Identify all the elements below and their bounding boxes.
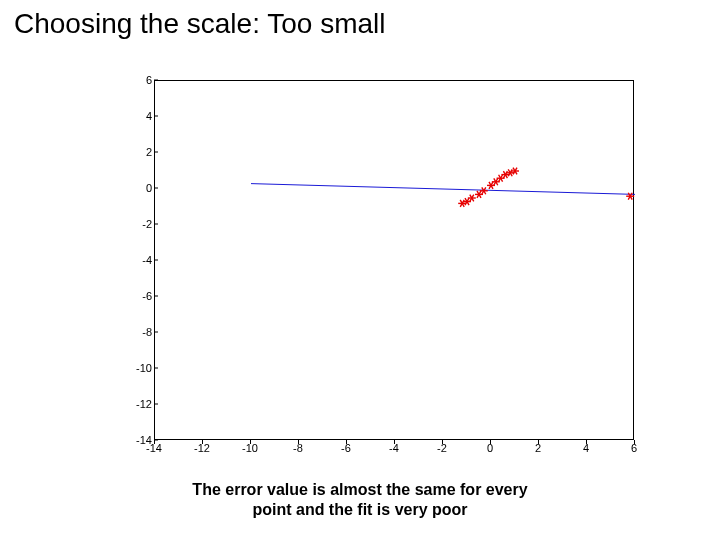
x-tick-label: 4: [583, 442, 589, 458]
x-tick-mark: [634, 440, 635, 444]
x-tick-mark: [442, 440, 443, 444]
x-tick-mark: [250, 440, 251, 444]
data-point: [492, 178, 500, 185]
slide-title: Choosing the scale: Too small: [14, 8, 385, 40]
x-tick-label: -14: [146, 442, 162, 458]
slide: Choosing the scale: Too small -14-12-10-…: [0, 0, 720, 540]
chart-svg: [155, 81, 633, 439]
y-tick-label: 6: [124, 74, 152, 86]
y-tick-mark: [154, 260, 158, 261]
x-tick-label: 0: [487, 442, 493, 458]
x-tick-mark: [154, 440, 155, 444]
data-point: [468, 195, 476, 202]
y-tick-label: -8: [124, 326, 152, 338]
y-tick-mark: [154, 332, 158, 333]
data-point: [497, 175, 505, 182]
y-tick-mark: [154, 368, 158, 369]
data-point: [475, 191, 483, 198]
x-tick-mark: [586, 440, 587, 444]
fit-line: [251, 184, 635, 195]
x-tick-label: -4: [389, 442, 399, 458]
y-tick-label: -6: [124, 290, 152, 302]
caption-line-2: point and the fit is very poor: [252, 501, 467, 518]
x-tick-mark: [394, 440, 395, 444]
y-tick-label: -10: [124, 362, 152, 374]
y-tick-label: -12: [124, 398, 152, 410]
y-tick-label: 2: [124, 146, 152, 158]
y-tick-label: -2: [124, 218, 152, 230]
y-tick-label: -4: [124, 254, 152, 266]
x-tick-label: -8: [293, 442, 303, 458]
x-tick-label: -2: [437, 442, 447, 458]
chart-plot-area: [154, 80, 634, 440]
y-tick-mark: [154, 224, 158, 225]
y-tick-mark: [154, 152, 158, 153]
data-point: [480, 187, 488, 194]
x-tick-label: -12: [194, 442, 210, 458]
chart: -14-12-10-8-6-4-20246-14-12-10-8-6-4-202…: [124, 70, 644, 460]
x-tick-mark: [538, 440, 539, 444]
y-tick-mark: [154, 116, 158, 117]
caption: The error value is almost the same for e…: [0, 480, 720, 520]
y-tick-mark: [154, 188, 158, 189]
caption-line-1: The error value is almost the same for e…: [192, 481, 527, 498]
x-tick-mark: [202, 440, 203, 444]
y-tick-mark: [154, 404, 158, 405]
x-tick-label: -6: [341, 442, 351, 458]
y-tick-label: 0: [124, 182, 152, 194]
y-tick-mark: [154, 80, 158, 81]
y-tick-label: 4: [124, 110, 152, 122]
x-tick-mark: [346, 440, 347, 444]
x-tick-mark: [298, 440, 299, 444]
x-tick-label: 6: [631, 442, 637, 458]
x-tick-label: 2: [535, 442, 541, 458]
y-tick-mark: [154, 296, 158, 297]
data-point: [487, 182, 495, 189]
x-tick-label: -10: [242, 442, 258, 458]
x-tick-mark: [490, 440, 491, 444]
